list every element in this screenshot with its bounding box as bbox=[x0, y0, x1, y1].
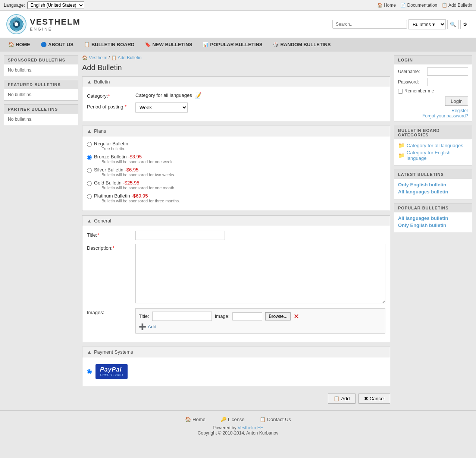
plan-platinum: Platinum Bulletin -$69.95 Bulletin will … bbox=[87, 193, 385, 203]
add-button[interactable]: 📋 Add bbox=[328, 394, 355, 404]
main-nav: 🏠 HOME 🔵 ABOUT US 📋 BULLETIN BOARD 🔖 NEW… bbox=[0, 38, 476, 51]
breadcrumb: 🏠 Vesthelm / 📋 Add Bulletin bbox=[82, 55, 390, 60]
popular-body: All languages bulletin Only English bull… bbox=[394, 212, 472, 233]
footer-bottom: Powered by Vesthelm EE Copyright © 2010-… bbox=[6, 425, 470, 436]
nav-bulletin-board[interactable]: 📋 BULLETIN BOARD bbox=[79, 38, 140, 51]
plan-bronze-label[interactable]: Bronze Bulletin -$3.95 bbox=[94, 154, 142, 159]
paypal-radio[interactable] bbox=[87, 369, 92, 374]
breadcrumb-home[interactable]: Vesthelm bbox=[89, 55, 107, 60]
top-bar-right: 🏠 Home 📄 Documentation 📋 Add Bulletin bbox=[377, 3, 472, 8]
login-header: LOGIN bbox=[394, 56, 472, 64]
plan-platinum-desc: Bulletin will be sponsored for three mon… bbox=[101, 199, 180, 203]
password-input[interactable] bbox=[427, 78, 468, 86]
plan-platinum-label[interactable]: Platinum Bulletin -$69.95 bbox=[94, 193, 148, 199]
paypal-logo: PayPal CREDIT CARD bbox=[95, 364, 128, 379]
footer-contact-link[interactable]: 📋 Contact Us bbox=[260, 417, 291, 422]
password-label: Password: bbox=[398, 79, 427, 85]
description-textarea[interactable] bbox=[135, 244, 385, 303]
nav-popular[interactable]: 📊 POPULAR BULLETINS bbox=[197, 38, 267, 51]
partner-bulletins-section: PARTNER BULLETINS No bulletins. bbox=[4, 104, 78, 125]
language-select[interactable]: English (United States) bbox=[27, 1, 84, 9]
category-link-all[interactable]: Category for all languages bbox=[407, 143, 463, 148]
category-link-english[interactable]: Category for English language bbox=[407, 150, 468, 161]
latest-item-0[interactable]: Only English bulletin bbox=[398, 182, 468, 187]
plan-gold-label[interactable]: Gold Bulletin -$25.95 bbox=[94, 180, 139, 186]
brand-sub: ENGINE bbox=[30, 27, 81, 31]
category-edit-icon[interactable]: 📝 bbox=[194, 92, 202, 99]
bulletin-panel: ▲ Bulletin Category:* Category for all l… bbox=[82, 76, 390, 121]
search-button[interactable]: 🔍 bbox=[447, 20, 459, 29]
bulletin-panel-title: Bulletin bbox=[94, 79, 110, 85]
latest-header: LATEST BULLETINS bbox=[394, 170, 472, 179]
category-row: Category:* Category for all languages 📝 bbox=[87, 92, 385, 99]
topbar-add-link[interactable]: 📋 Add Bulletin bbox=[442, 3, 472, 8]
svg-point-6 bbox=[15, 30, 18, 32]
image-entry: Title: Image: Browse... ✕ bbox=[139, 312, 382, 321]
paypal-text: PayPal bbox=[100, 366, 123, 373]
payment-panel-body: PayPal CREDIT CARD bbox=[82, 357, 390, 386]
forgot-password-link[interactable]: Forgot your password? bbox=[398, 113, 468, 119]
latest-item-1[interactable]: All languages bulletin bbox=[398, 189, 468, 195]
image-title-input[interactable] bbox=[152, 312, 212, 321]
register-link[interactable]: Register bbox=[398, 108, 468, 113]
plans-panel: ▲ Plans Regular Bulletin Free bulletin. … bbox=[82, 126, 390, 211]
title-control bbox=[135, 231, 385, 240]
browse-button[interactable]: Browse... bbox=[265, 312, 291, 320]
add-image-row: ➕ Add bbox=[139, 323, 382, 330]
settings-button[interactable]: ⚙ bbox=[460, 20, 470, 29]
main-layout: SPONSORED BULLETINS No bulletins. FEATUR… bbox=[0, 51, 476, 410]
description-label: Description:* bbox=[87, 244, 135, 251]
plan-gold-radio[interactable] bbox=[87, 181, 92, 186]
plan-bronze-desc: Bulletin will be sponsored for one week. bbox=[101, 159, 173, 164]
plan-bronze: Bronze Bulletin -$3.95 Bulletin will be … bbox=[87, 154, 385, 164]
plan-regular-radio[interactable] bbox=[87, 142, 92, 147]
general-panel: ▲ General Title:* Description:* bbox=[82, 215, 390, 342]
search-type-select[interactable]: Bulletins ▾ bbox=[408, 19, 446, 29]
general-panel-header: ▲ General bbox=[82, 216, 390, 226]
category-item-english: 📁 Category for English language bbox=[398, 150, 468, 161]
page-title: Add Bulletin bbox=[82, 63, 390, 72]
nav-home[interactable]: 🏠 HOME bbox=[3, 38, 35, 51]
popular-header: POPULAR BULLETINS bbox=[394, 203, 472, 212]
center-content: 🏠 Vesthelm / 📋 Add Bulletin Add Bulletin… bbox=[82, 55, 390, 407]
period-select[interactable]: Week Day Two Weeks Month Three Months bbox=[135, 102, 188, 113]
username-input[interactable] bbox=[427, 67, 468, 76]
remember-label: Remember me bbox=[404, 88, 434, 94]
nav-about[interactable]: 🔵 ABOUT US bbox=[35, 38, 79, 51]
plan-platinum-radio[interactable] bbox=[87, 194, 92, 199]
nav-random[interactable]: 🎲 RANDOM BULLETINS bbox=[267, 38, 336, 51]
plan-regular-label[interactable]: Regular Bulletin bbox=[94, 141, 128, 146]
paypal-sub: CREDIT CARD bbox=[100, 373, 123, 377]
topbar-home-link[interactable]: 🏠 Home bbox=[377, 3, 396, 8]
partner-header: PARTNER BULLETINS bbox=[4, 105, 78, 114]
payment-panel: ▲ Payment Systems PayPal CREDIT CARD bbox=[82, 347, 390, 386]
footer-home-link[interactable]: 🏠 Home bbox=[185, 417, 206, 422]
popular-item-1[interactable]: Only English bulletin bbox=[398, 222, 468, 228]
remember-checkbox[interactable] bbox=[398, 89, 403, 94]
nav-new-bulletins[interactable]: 🔖 NEW BULLETINS bbox=[140, 38, 197, 51]
search-input[interactable] bbox=[332, 20, 407, 29]
cancel-button[interactable]: ✖ Cancel bbox=[358, 394, 390, 404]
popular-item-0[interactable]: All languages bulletin bbox=[398, 215, 468, 221]
title-input[interactable] bbox=[135, 231, 225, 240]
vesthelm-link[interactable]: Vesthelm EE bbox=[238, 425, 263, 430]
payment-arrow-icon: ▲ bbox=[87, 349, 92, 355]
footer-license-link[interactable]: 🔑 License bbox=[220, 417, 245, 422]
plan-bronze-radio[interactable] bbox=[87, 155, 92, 160]
remove-image-button[interactable]: ✕ bbox=[294, 313, 299, 320]
plan-silver-radio[interactable] bbox=[87, 168, 92, 173]
title-label: Title:* bbox=[87, 231, 135, 238]
featured-bulletins-section: FEATURED BULLETINS No bulletins. bbox=[4, 80, 78, 101]
image-file-label: Image: bbox=[215, 313, 230, 319]
brand-name: VESTHELM bbox=[30, 17, 81, 27]
plan-silver-label[interactable]: Silver Bulletin -$6.95 bbox=[94, 167, 138, 173]
payment-panel-header: ▲ Payment Systems bbox=[82, 347, 390, 357]
topbar-docs-link[interactable]: 📄 Documentation bbox=[400, 3, 437, 8]
breadcrumb-separator: / bbox=[109, 55, 110, 60]
username-label: Username: bbox=[398, 69, 427, 74]
top-bar: Language: English (United States) 🏠 Home… bbox=[0, 0, 476, 11]
title-row: Title:* bbox=[87, 231, 385, 240]
login-button[interactable]: Login bbox=[445, 97, 468, 106]
breadcrumb-current[interactable]: Add Bulletin bbox=[118, 55, 141, 60]
add-image-button[interactable]: ➕ Add bbox=[139, 323, 156, 330]
